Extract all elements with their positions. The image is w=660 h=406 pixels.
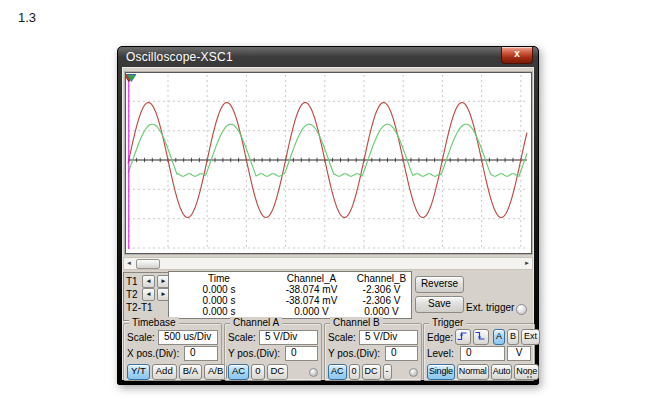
timebase-add-button[interactable]: Add (152, 364, 177, 380)
trigger-source-a-button[interactable]: A (493, 329, 505, 345)
t2-row: T2 ◄ ► (126, 288, 170, 301)
page-label: 1.3 (18, 10, 36, 25)
trigger-level-input[interactable]: 0 (460, 346, 505, 361)
trigger-edge-label: Edge: (427, 332, 453, 343)
t1-channel-b-value: -2.306 V (354, 284, 409, 295)
page: { "page": { "label": "1.3" }, "window": … (0, 0, 660, 406)
channel-b-invert-button[interactable]: - (383, 364, 392, 380)
col-header-channel-b: Channel_B (354, 273, 409, 284)
t1-time-value: 0.000 s (169, 284, 269, 295)
timebase-yt-button[interactable]: Y/T (127, 364, 150, 380)
t1-label: T1 (126, 276, 140, 287)
timebase-group: Timebase Scale: 500 us/Div X pos.(Div): … (123, 323, 222, 381)
trigger-source-b-button[interactable]: B (507, 329, 519, 345)
trigger-group: Trigger Edge: A B Ext (423, 323, 535, 381)
timebase-scale-input[interactable]: 500 us/Div (158, 330, 218, 345)
channel-b-ypos-input[interactable]: 0 (385, 346, 418, 361)
ext-trigger-label: Ext. trigger (466, 302, 514, 313)
t2t1-time-value: 0.000 s (169, 306, 269, 317)
trigger-single-button[interactable]: Single (427, 364, 455, 380)
close-button[interactable]: x (501, 47, 533, 64)
t1-row: T1 ◄ ► (126, 275, 170, 288)
t2-channel-a-value: -38.074 mV (269, 295, 354, 306)
ext-trigger-terminal[interactable] (516, 304, 527, 315)
channel-b-scale-label: Scale: (328, 332, 357, 343)
t2-label: T2 (126, 289, 140, 300)
scope-plot (126, 73, 529, 251)
channel-a-title: Channel A (230, 317, 282, 328)
channel-a-zero-button[interactable]: 0 (251, 364, 264, 380)
timebase-title: Timebase (129, 317, 179, 328)
channel-b-title: Channel B (330, 317, 383, 328)
window-title: Oscilloscope-XSC1 (126, 50, 233, 64)
channel-a-group: Channel A Scale: 5 V/Div Y pos.(Div): 0 … (224, 323, 322, 381)
t2-time-value: 0.000 s (169, 295, 269, 306)
t2t1-channel-a-value: 0.000 V (269, 306, 354, 317)
cursor-control-box: T1 ◄ ► T2 ◄ ► T2-T1 (123, 272, 172, 321)
channel-b-ac-button[interactable]: AC (328, 364, 347, 380)
scroll-left-icon[interactable]: ◄ (124, 259, 134, 268)
channel-a-ypos-input[interactable]: 0 (285, 346, 318, 361)
channel-b-zero-button[interactable]: 0 (349, 364, 360, 380)
trigger-falling-edge-button[interactable] (473, 329, 489, 345)
col-header-time: Time (169, 273, 269, 284)
channel-b-ypos-label: Y pos.(Div): (328, 348, 383, 359)
scroll-right-icon[interactable]: ► (522, 259, 532, 268)
channel-a-ac-button[interactable]: AC (228, 364, 249, 380)
trace-channel_b (128, 124, 527, 176)
t2t1-row: T2-T1 (126, 301, 170, 314)
trigger-level-label: Level: (427, 348, 458, 359)
trigger-auto-button[interactable]: Auto (491, 364, 513, 380)
t1-channel-a-value: -38.074 mV (269, 284, 354, 295)
reverse-button[interactable]: Reverse (415, 276, 464, 293)
oscilloscope-window: Oscilloscope-XSC1 x ◄ ► T1 ◄ ► T2 ◄ ► (117, 46, 539, 385)
channel-a-ypos-label: Y pos.(Div): (228, 348, 283, 359)
horizontal-scrollbar[interactable]: ◄ ► (123, 257, 533, 270)
readout-table: Time Channel_A Channel_B 0.000 s -38.074… (168, 271, 412, 319)
titlebar[interactable]: Oscilloscope-XSC1 x (118, 47, 538, 67)
t2-channel-b-value: -2.306 V (354, 295, 409, 306)
trigger-normal-button[interactable]: Normal (457, 364, 489, 380)
timebase-xpos-label: X pos.(Div): (127, 348, 182, 359)
trigger-source-ext-button[interactable]: Ext (521, 329, 540, 345)
timebase-ba-button[interactable]: B/A (179, 364, 202, 380)
t2-left-button[interactable]: ◄ (142, 288, 155, 301)
rising-edge-icon (456, 330, 468, 342)
channel-a-scale-input[interactable]: 5 V/Div (259, 330, 318, 345)
channel-a-dc-button[interactable]: DC (267, 364, 289, 380)
t2t1-channel-b-value: 0.000 V (354, 306, 409, 317)
scrollbar-thumb[interactable] (136, 259, 160, 269)
t2t1-label: T2-T1 (126, 302, 153, 313)
timebase-scale-label: Scale: (127, 332, 156, 343)
channel-a-scale-label: Scale: (228, 332, 257, 343)
t1-left-button[interactable]: ◄ (142, 275, 155, 288)
save-button[interactable]: Save (415, 296, 464, 313)
falling-edge-icon (474, 330, 486, 342)
trigger-rising-edge-button[interactable] (455, 329, 471, 345)
resize-grip[interactable] (525, 371, 532, 378)
trigger-level-unit[interactable]: V (507, 346, 531, 361)
trigger-title: Trigger (429, 317, 466, 328)
channel-b-led-icon (409, 368, 418, 377)
scope-display[interactable] (125, 72, 532, 254)
channel-b-group: Channel B Scale: 5 V/Div Y pos.(Div): 0 … (324, 323, 422, 381)
channel-b-dc-button[interactable]: DC (362, 364, 381, 380)
client-area: ◄ ► T1 ◄ ► T2 ◄ ► T2-T1 Time Chann (122, 67, 534, 380)
timebase-xpos-input[interactable]: 0 (184, 346, 218, 361)
channel-b-scale-input[interactable]: 5 V/Div (359, 330, 418, 345)
col-header-channel-a: Channel_A (269, 273, 354, 284)
channel-a-led-icon (309, 368, 318, 377)
